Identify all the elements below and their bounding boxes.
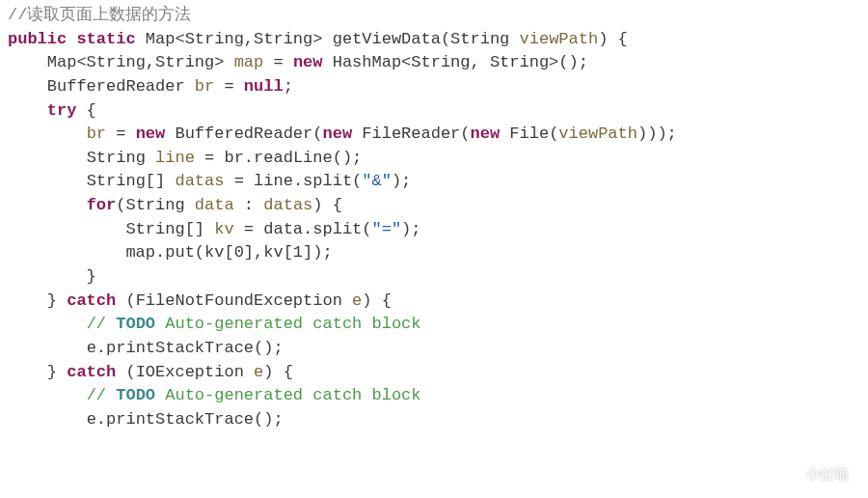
- readline: br.readLine(): [224, 149, 352, 167]
- watermark-text: 小虹喵: [805, 463, 849, 484]
- param-type: String: [450, 30, 509, 48]
- catch1-var: e: [352, 291, 362, 310]
- kv-var: kv: [214, 220, 233, 238]
- kv-type: String[]: [125, 220, 204, 238]
- fn-name: getViewData: [333, 30, 441, 48]
- line-type: String: [87, 149, 146, 167]
- cls-filereader: FileReader: [362, 124, 460, 143]
- kv-split: data.split(: [263, 220, 371, 238]
- datas-var: datas: [175, 172, 224, 190]
- todo-rest: Auto-generated catch block: [155, 386, 420, 404]
- cls-bufreader: BufferedReader: [175, 124, 312, 143]
- watermark: 小虹喵: [780, 463, 849, 484]
- cls-file: File: [509, 124, 549, 143]
- map-type: Map<String,String>: [47, 53, 225, 71]
- map-var: map: [234, 53, 264, 71]
- todo-kw: TODO: [116, 386, 155, 404]
- todo-kw: TODO: [116, 315, 155, 333]
- datas-type: String[]: [87, 172, 166, 190]
- catch1-type: FileNotFoundException: [136, 291, 342, 310]
- str-eq: "=": [371, 220, 401, 238]
- kw-static: static: [76, 30, 135, 48]
- for-iter: datas: [263, 196, 312, 214]
- todo-rest: Auto-generated catch block: [155, 315, 420, 333]
- kw-for: for: [87, 196, 117, 214]
- kw-catch: catch: [67, 363, 116, 381]
- br-assign: br: [87, 124, 106, 143]
- for-type: String: [125, 196, 184, 214]
- for-var: data: [195, 196, 234, 214]
- line-var: line: [155, 149, 195, 167]
- comment-top: //读取页面上数据的方法: [8, 6, 191, 24]
- kw-new: new: [293, 53, 323, 71]
- stacktrace: e.printStackTrace();: [87, 339, 284, 357]
- code-block: //读取页面上数据的方法 public static Map<String,St…: [8, 4, 860, 432]
- kw-catch: catch: [67, 291, 116, 310]
- kw-new: new: [136, 124, 166, 143]
- wechat-icon: [780, 464, 800, 484]
- catch2-var: e: [254, 363, 263, 381]
- str-amp: "&": [362, 172, 392, 190]
- arg-viewpath: viewPath: [558, 124, 637, 143]
- hashmap-ctor: HashMap<String, String>(): [333, 53, 579, 71]
- br-type: BufferedReader: [47, 77, 185, 96]
- todo-prefix: //: [87, 315, 117, 333]
- map-put: map.put(kv[0],kv[1]);: [125, 243, 332, 262]
- catch2-type: IOException: [136, 363, 244, 381]
- kw-new: new: [471, 124, 501, 143]
- return-type: Map<String,String>: [146, 30, 323, 48]
- kw-public: public: [8, 30, 67, 48]
- split-call: line.split(: [254, 172, 362, 190]
- kw-new: new: [322, 124, 352, 143]
- kw-null: null: [244, 77, 284, 96]
- br-var: br: [195, 77, 214, 96]
- stacktrace: e.printStackTrace();: [87, 410, 284, 429]
- kw-try: try: [47, 101, 77, 120]
- param-name: viewPath: [520, 30, 599, 48]
- todo-prefix: //: [87, 386, 117, 404]
